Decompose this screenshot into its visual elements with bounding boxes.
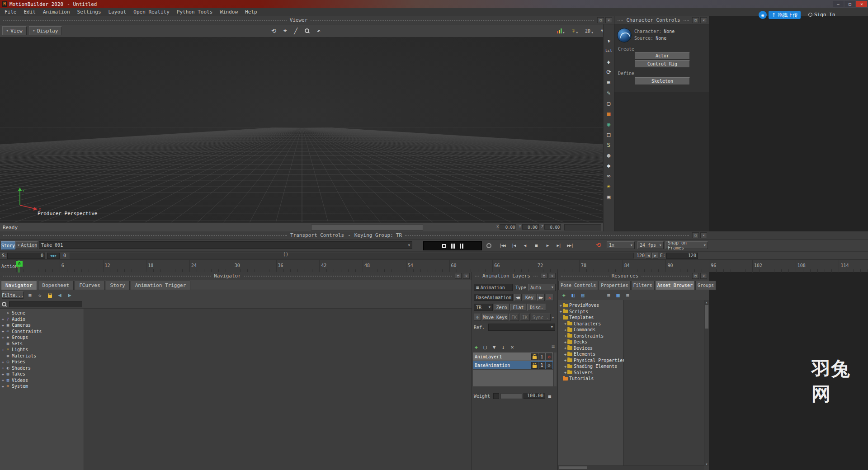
frame-ruler[interactable]: 0 06121824303642485460667278849096102108…: [14, 260, 868, 273]
expander-icon[interactable]: +: [1, 317, 5, 321]
discontinuity-button[interactable]: Disc.: [527, 304, 546, 311]
layer-lock-icon[interactable]: [531, 362, 538, 369]
sync-button[interactable]: Sync .: [531, 314, 551, 321]
next-key-button[interactable]: ●▶: [537, 294, 545, 301]
forward-icon[interactable]: ▶: [66, 291, 73, 299]
tab-animation-trigger[interactable]: Animation Trigger: [131, 281, 191, 290]
animation-layers-close-icon[interactable]: ✕: [549, 273, 556, 279]
flat-button[interactable]: Flat: [510, 304, 526, 311]
measure-tool-icon[interactable]: ╱: [293, 26, 298, 35]
tab-asset-browser[interactable]: Asset Browser: [655, 281, 695, 290]
tree-item-constraints[interactable]: +∞Constraints: [0, 329, 84, 335]
weight-slider[interactable]: [500, 393, 522, 399]
lock-icon[interactable]: [47, 291, 53, 299]
layer-animlayer1[interactable]: AnimLayer11⊘: [473, 352, 553, 361]
list-view-icon[interactable]: ▤: [580, 291, 586, 299]
filter-layer-icon[interactable]: ▼: [491, 343, 497, 351]
tree-item-videos[interactable]: +▥Videos: [0, 377, 84, 384]
expander-icon[interactable]: +: [1, 323, 5, 328]
expander-icon[interactable]: +: [1, 384, 5, 389]
duplicate-layer-icon[interactable]: ▢: [482, 343, 488, 351]
menu-item-window[interactable]: Window: [216, 8, 241, 16]
action-mode-dropdown[interactable]: ▼ Action: [15, 241, 38, 249]
upload-button[interactable]: ↑ 拖拽上传: [769, 11, 801, 19]
tree-item-scene[interactable]: ✳Scene: [0, 310, 84, 316]
tree-item-poses[interactable]: +○Poses: [0, 359, 84, 365]
pan-tool-icon[interactable]: ⌖: [283, 26, 288, 35]
add-layer-icon[interactable]: ✚: [473, 343, 479, 351]
keying-animation-menu[interactable]: ≡ Animation: [474, 284, 513, 291]
current-layer-dropdown[interactable]: BaseAnimation ▼: [474, 294, 513, 301]
expander-icon[interactable]: +: [1, 372, 5, 376]
character-value[interactable]: None: [664, 29, 675, 34]
tab-dopesheet[interactable]: Dopesheet: [38, 281, 74, 290]
navigator-content-area[interactable]: [84, 309, 472, 470]
playback-speed-dropdown[interactable]: 1x ▼: [607, 241, 635, 249]
tab-groups[interactable]: Groups: [695, 281, 716, 290]
minimize-button[interactable]: —: [833, 1, 844, 7]
viewer-float-icon[interactable]: □: [597, 17, 604, 23]
sign-in-link[interactable]: Sign In: [808, 12, 835, 18]
tab-fcurves[interactable]: FCurves: [75, 281, 104, 290]
character-controls-float-icon[interactable]: □: [692, 17, 699, 23]
tree-item-takes[interactable]: +▤Takes: [0, 371, 84, 377]
primitive-cube-icon[interactable]: ■: [604, 109, 613, 118]
expander-icon[interactable]: +: [563, 352, 567, 357]
tab-navigator[interactable]: Navigator: [1, 281, 37, 290]
keying-group-value[interactable]: TR: [396, 232, 402, 238]
skeleton-icon[interactable]: ✱: [604, 161, 613, 170]
layers-scrollbar[interactable]: [554, 352, 557, 386]
stop-button[interactable]: ■: [532, 242, 540, 249]
pen-tool-icon[interactable]: ✎: [604, 88, 613, 97]
tab-properties[interactable]: Properties: [599, 281, 630, 290]
range-step-back-button[interactable]: ◀: [646, 253, 651, 258]
split-view-icon[interactable]: ◧: [570, 291, 576, 299]
bone-link-icon[interactable]: ∞: [604, 171, 613, 180]
add-asset-icon[interactable]: ✚: [561, 291, 567, 299]
menu-item-open-reality[interactable]: Open Reality: [130, 8, 173, 16]
select-tool-icon[interactable]: ➤: [604, 36, 613, 45]
range-step-forward-button[interactable]: ▶: [652, 253, 658, 258]
control-rig-button[interactable]: Control Rig: [635, 60, 690, 68]
menu-item-file[interactable]: File: [1, 8, 20, 16]
playhead-marker[interactable]: 0: [16, 261, 23, 267]
scrollbar-thumb[interactable]: [705, 305, 708, 329]
viewer-close-icon[interactable]: ✕: [605, 17, 612, 23]
expander-icon[interactable]: +: [563, 340, 567, 344]
asset-folder-solvers[interactable]: +Solvers: [558, 370, 623, 376]
menu-item-edit[interactable]: Edit: [20, 8, 40, 16]
layer-weight-badge[interactable]: 1: [538, 362, 545, 369]
filter-button[interactable]: Filte...: [2, 291, 24, 299]
asset-browser-content[interactable]: [624, 300, 709, 470]
tab-filters[interactable]: Filters: [631, 281, 655, 290]
scroll-down-icon[interactable]: ▼: [704, 462, 709, 466]
display-menu-button[interactable]: ▼ Display: [29, 26, 62, 35]
expander-icon[interactable]: +: [1, 335, 5, 340]
asset-folder-scripts[interactable]: +Scripts: [558, 309, 623, 315]
menu-item-settings[interactable]: Settings: [74, 8, 105, 16]
tree-item-groups[interactable]: +◆Groups: [0, 334, 84, 341]
resources-close-icon[interactable]: ✕: [700, 273, 707, 279]
asset-folder-characters[interactable]: +Characters: [558, 321, 623, 327]
range-marker[interactable]: (): [283, 252, 288, 257]
expander-icon[interactable]: +: [563, 321, 567, 326]
keying-mode-toggle[interactable]: ⊙: [474, 314, 481, 321]
view-menu-button[interactable]: ▼ View: [2, 26, 27, 35]
skeleton-button[interactable]: Skeleton: [635, 77, 690, 85]
character-controls-close-icon[interactable]: ✕: [700, 17, 707, 23]
goto-start-button[interactable]: |◀◀: [498, 242, 506, 249]
scroll-up-icon[interactable]: ▲: [704, 300, 709, 304]
orbit-tool-icon[interactable]: ⟲: [270, 26, 277, 35]
cube-icon[interactable]: □: [604, 130, 613, 139]
expander-icon[interactable]: +: [563, 346, 567, 350]
fps-dropdown[interactable]: 24 fps ▼: [637, 241, 664, 249]
zero-button[interactable]: Zero: [494, 304, 509, 311]
set-key-button[interactable]: Key: [523, 294, 536, 301]
horizontal-scrollbar[interactable]: [558, 465, 704, 470]
transport-float-icon[interactable]: □: [692, 232, 699, 238]
end-frame-field[interactable]: 120: [666, 253, 698, 259]
nav-menu-icon[interactable]: ≡: [27, 291, 33, 299]
prev-key-button[interactable]: |◀: [509, 242, 518, 249]
tab-story[interactable]: Story: [106, 281, 130, 290]
expander-icon[interactable]: +: [1, 360, 5, 364]
